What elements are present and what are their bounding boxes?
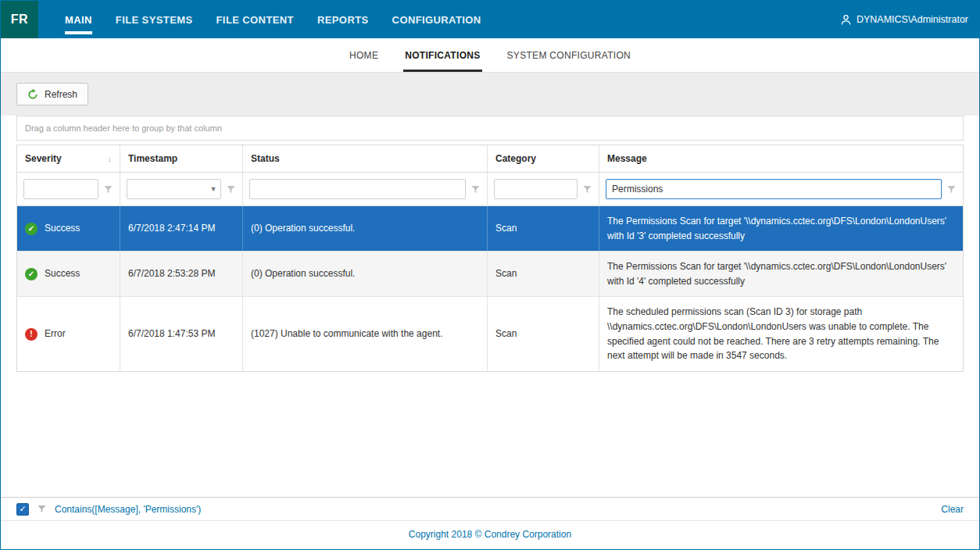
category-cell: Scan: [488, 252, 599, 296]
table-row[interactable]: Success6/7/2018 2:47:14 PM(0) Operation …: [17, 206, 963, 252]
tab-notifications[interactable]: NOTIFICATIONS: [403, 38, 481, 72]
filter-enabled-checkbox[interactable]: [16, 503, 29, 516]
page: FR MAINFILE SYSTEMSFILE CONTENTREPORTSCO…: [0, 0, 980, 550]
column-header-status[interactable]: Status: [243, 145, 488, 172]
user-box[interactable]: DYNAMICS\Administrator: [840, 14, 968, 26]
column-label: Message: [607, 153, 647, 164]
filter-bar-funnel-icon: [37, 504, 47, 514]
grid-header-row: Severity↓TimestampStatusCategoryMessage: [17, 145, 963, 173]
category-cell: Scan: [488, 297, 599, 370]
user-name: DYNAMICS\Administrator: [857, 14, 968, 25]
topnav-item-file-systems[interactable]: FILE SYSTEMS: [116, 1, 193, 38]
refresh-icon: [27, 89, 38, 100]
error-icon: [25, 328, 38, 341]
category-cell: Scan: [488, 206, 599, 251]
category-filter-funnel-icon[interactable]: [582, 184, 592, 195]
topnav-item-reports[interactable]: REPORTS: [317, 1, 369, 38]
topnav-item-main[interactable]: MAIN: [65, 1, 92, 38]
status-cell: (1027) Unable to communicate with the ag…: [243, 297, 488, 370]
severity-label: Success: [45, 221, 80, 236]
topnav-item-configuration[interactable]: CONFIGURATION: [392, 1, 481, 38]
tab-system-configuration[interactable]: SYSTEM CONFIGURATION: [506, 38, 632, 72]
timestamp-filter-dropdown-icon[interactable]: ▼: [206, 180, 220, 198]
timestamp-filter-funnel-icon[interactable]: [226, 184, 236, 195]
grid-empty-area: [16, 372, 964, 497]
status-filter-cell: [243, 173, 488, 205]
tab-home[interactable]: HOME: [348, 38, 380, 72]
status-filter-funnel-icon[interactable]: [470, 184, 481, 195]
message-cell: The Permissions Scan for target '\\dynam…: [599, 252, 963, 296]
message-filter-input[interactable]: [606, 179, 942, 199]
category-filter-cell: [488, 173, 599, 205]
grid-body: Success6/7/2018 2:47:14 PM(0) Operation …: [17, 206, 963, 371]
column-label: Timestamp: [128, 153, 177, 164]
timestamp-filter-input[interactable]: [127, 180, 206, 198]
column-label: Severity: [25, 153, 62, 164]
grid-panel: Drag a column header here to group by th…: [1, 116, 979, 497]
grid-filter-row: ▼: [17, 173, 963, 206]
filter-bar: Contains([Message], 'Permissions') Clear: [1, 497, 979, 521]
severity-cell: Error: [17, 297, 120, 370]
timestamp-cell: 6/7/2018 1:47:53 PM: [120, 297, 243, 370]
severity-filter-input[interactable]: [23, 179, 98, 199]
timestamp-filter-combo[interactable]: ▼: [127, 179, 221, 199]
column-label: Category: [495, 153, 536, 164]
severity-filter-cell: [17, 173, 120, 205]
success-icon: [25, 223, 38, 235]
group-by-hint[interactable]: Drag a column header here to group by th…: [16, 116, 964, 141]
status-cell: (0) Operation successful.: [243, 252, 488, 296]
message-cell: The scheduled permissions scan (Scan ID …: [599, 297, 963, 370]
severity-cell: Success: [17, 206, 120, 251]
topnav-item-file-content[interactable]: FILE CONTENT: [216, 1, 294, 38]
timestamp-filter-cell: ▼: [120, 173, 243, 205]
message-filter-funnel-icon[interactable]: [946, 184, 957, 195]
filter-expression[interactable]: Contains([Message], 'Permissions'): [55, 504, 201, 515]
notifications-grid: Severity↓TimestampStatusCategoryMessage …: [16, 145, 964, 372]
timestamp-cell: 6/7/2018 2:47:14 PM: [120, 206, 243, 251]
timestamp-cell: 6/7/2018 2:53:28 PM: [120, 252, 243, 296]
refresh-button[interactable]: Refresh: [16, 83, 88, 105]
column-header-severity[interactable]: Severity↓: [17, 145, 120, 172]
column-header-category[interactable]: Category: [488, 145, 599, 172]
table-row[interactable]: Error6/7/2018 1:47:53 PM(1027) Unable to…: [17, 297, 963, 370]
toolbar: Refresh: [1, 73, 979, 116]
user-icon: [840, 14, 852, 26]
message-filter-cell: [599, 173, 963, 205]
success-icon: [25, 268, 38, 280]
clear-filter-link[interactable]: Clear: [941, 504, 964, 515]
status-filter-input[interactable]: [249, 179, 466, 199]
category-filter-input[interactable]: [494, 179, 578, 199]
app-logo[interactable]: FR: [1, 1, 38, 38]
column-header-timestamp[interactable]: Timestamp: [120, 145, 243, 172]
severity-cell: Success: [17, 252, 120, 296]
column-header-message[interactable]: Message: [599, 145, 963, 172]
top-bar: FR MAINFILE SYSTEMSFILE CONTENTREPORTSCO…: [1, 1, 979, 38]
sub-nav: HOMENOTIFICATIONSSYSTEM CONFIGURATION: [1, 38, 979, 73]
status-cell: (0) Operation successful.: [243, 206, 488, 251]
sort-desc-icon: ↓: [108, 154, 113, 163]
table-row[interactable]: Success6/7/2018 2:53:28 PM(0) Operation …: [17, 252, 963, 297]
column-label: Status: [251, 153, 280, 164]
severity-label: Error: [45, 327, 66, 341]
top-nav: MAINFILE SYSTEMSFILE CONTENTREPORTSCONFI…: [65, 1, 481, 38]
severity-label: Success: [45, 266, 80, 281]
severity-filter-funnel-icon[interactable]: [103, 184, 113, 195]
refresh-label: Refresh: [45, 89, 77, 100]
message-cell: The Permissions Scan for target '\\dynam…: [599, 206, 963, 251]
footer-copyright: Copyright 2018 © Condrey Corporation: [1, 521, 979, 549]
